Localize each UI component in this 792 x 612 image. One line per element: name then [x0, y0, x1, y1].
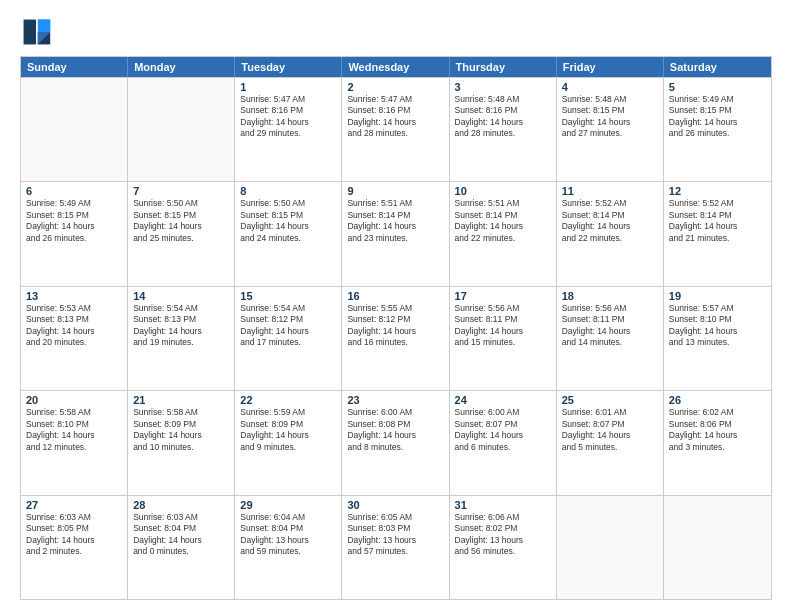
- day-cell-7: 7Sunrise: 5:50 AMSunset: 8:15 PMDaylight…: [128, 182, 235, 285]
- cell-line: and 6 minutes.: [455, 442, 551, 453]
- cell-line: Sunset: 8:09 PM: [240, 419, 336, 430]
- cell-line: and 57 minutes.: [347, 546, 443, 557]
- day-number: 1: [240, 81, 336, 93]
- cell-line: Sunrise: 5:52 AM: [562, 198, 658, 209]
- cell-line: Sunrise: 5:47 AM: [240, 94, 336, 105]
- cell-line: and 22 minutes.: [455, 233, 551, 244]
- day-cell-23: 23Sunrise: 6:00 AMSunset: 8:08 PMDayligh…: [342, 391, 449, 494]
- cell-line: Sunrise: 6:06 AM: [455, 512, 551, 523]
- cell-line: Sunset: 8:14 PM: [347, 210, 443, 221]
- day-number: 5: [669, 81, 766, 93]
- cell-line: Sunset: 8:14 PM: [562, 210, 658, 221]
- day-number: 20: [26, 394, 122, 406]
- cell-line: Sunrise: 5:54 AM: [133, 303, 229, 314]
- cell-line: and 9 minutes.: [240, 442, 336, 453]
- header-day-saturday: Saturday: [664, 57, 771, 77]
- cell-line: and 15 minutes.: [455, 337, 551, 348]
- day-cell-18: 18Sunrise: 5:56 AMSunset: 8:11 PMDayligh…: [557, 287, 664, 390]
- day-number: 31: [455, 499, 551, 511]
- cell-line: Sunset: 8:04 PM: [240, 523, 336, 534]
- cell-line: Daylight: 14 hours: [133, 430, 229, 441]
- cell-line: Daylight: 14 hours: [562, 430, 658, 441]
- empty-cell-4-6: [664, 496, 771, 599]
- cell-line: Daylight: 14 hours: [562, 221, 658, 232]
- cell-line: and 27 minutes.: [562, 128, 658, 139]
- cell-line: Sunset: 8:15 PM: [669, 105, 766, 116]
- day-number: 17: [455, 290, 551, 302]
- day-number: 22: [240, 394, 336, 406]
- day-cell-3: 3Sunrise: 5:48 AMSunset: 8:16 PMDaylight…: [450, 78, 557, 181]
- day-number: 4: [562, 81, 658, 93]
- day-cell-31: 31Sunrise: 6:06 AMSunset: 8:02 PMDayligh…: [450, 496, 557, 599]
- cell-line: Sunrise: 5:55 AM: [347, 303, 443, 314]
- week-row-1: 6Sunrise: 5:49 AMSunset: 8:15 PMDaylight…: [21, 181, 771, 285]
- day-number: 29: [240, 499, 336, 511]
- calendar-body: 1Sunrise: 5:47 AMSunset: 8:16 PMDaylight…: [21, 77, 771, 599]
- cell-line: and 26 minutes.: [669, 128, 766, 139]
- header-day-wednesday: Wednesday: [342, 57, 449, 77]
- logo-icon: [20, 16, 52, 48]
- cell-line: Daylight: 13 hours: [347, 535, 443, 546]
- cell-line: Sunrise: 5:52 AM: [669, 198, 766, 209]
- day-cell-26: 26Sunrise: 6:02 AMSunset: 8:06 PMDayligh…: [664, 391, 771, 494]
- day-number: 28: [133, 499, 229, 511]
- cell-line: Sunrise: 6:05 AM: [347, 512, 443, 523]
- calendar: SundayMondayTuesdayWednesdayThursdayFrid…: [20, 56, 772, 600]
- cell-line: and 0 minutes.: [133, 546, 229, 557]
- cell-line: Sunrise: 6:01 AM: [562, 407, 658, 418]
- cell-line: and 29 minutes.: [240, 128, 336, 139]
- cell-line: Daylight: 14 hours: [133, 326, 229, 337]
- cell-line: Daylight: 14 hours: [133, 535, 229, 546]
- day-cell-17: 17Sunrise: 5:56 AMSunset: 8:11 PMDayligh…: [450, 287, 557, 390]
- cell-line: Sunrise: 5:53 AM: [26, 303, 122, 314]
- header: [20, 16, 772, 48]
- cell-line: Daylight: 14 hours: [669, 117, 766, 128]
- cell-line: Sunset: 8:15 PM: [133, 210, 229, 221]
- cell-line: Daylight: 14 hours: [26, 221, 122, 232]
- cell-line: Sunset: 8:10 PM: [669, 314, 766, 325]
- day-cell-14: 14Sunrise: 5:54 AMSunset: 8:13 PMDayligh…: [128, 287, 235, 390]
- header-day-thursday: Thursday: [450, 57, 557, 77]
- cell-line: and 25 minutes.: [133, 233, 229, 244]
- header-day-friday: Friday: [557, 57, 664, 77]
- day-cell-13: 13Sunrise: 5:53 AMSunset: 8:13 PMDayligh…: [21, 287, 128, 390]
- cell-line: Sunrise: 5:49 AM: [26, 198, 122, 209]
- cell-line: Sunset: 8:11 PM: [562, 314, 658, 325]
- cell-line: Sunset: 8:16 PM: [455, 105, 551, 116]
- cell-line: Daylight: 14 hours: [562, 326, 658, 337]
- cell-line: Sunset: 8:02 PM: [455, 523, 551, 534]
- cell-line: Sunset: 8:16 PM: [240, 105, 336, 116]
- cell-line: Sunset: 8:13 PM: [133, 314, 229, 325]
- cell-line: and 13 minutes.: [669, 337, 766, 348]
- cell-line: and 8 minutes.: [347, 442, 443, 453]
- cell-line: Daylight: 14 hours: [669, 430, 766, 441]
- page: SundayMondayTuesdayWednesdayThursdayFrid…: [0, 0, 792, 612]
- cell-line: Daylight: 13 hours: [455, 535, 551, 546]
- calendar-header: SundayMondayTuesdayWednesdayThursdayFrid…: [21, 57, 771, 77]
- cell-line: Sunrise: 5:58 AM: [133, 407, 229, 418]
- cell-line: Daylight: 14 hours: [26, 535, 122, 546]
- cell-line: and 3 minutes.: [669, 442, 766, 453]
- day-cell-11: 11Sunrise: 5:52 AMSunset: 8:14 PMDayligh…: [557, 182, 664, 285]
- day-number: 26: [669, 394, 766, 406]
- cell-line: Sunset: 8:11 PM: [455, 314, 551, 325]
- cell-line: Daylight: 14 hours: [240, 117, 336, 128]
- week-row-2: 13Sunrise: 5:53 AMSunset: 8:13 PMDayligh…: [21, 286, 771, 390]
- cell-line: Daylight: 13 hours: [240, 535, 336, 546]
- empty-cell-4-5: [557, 496, 664, 599]
- day-number: 21: [133, 394, 229, 406]
- day-cell-2: 2Sunrise: 5:47 AMSunset: 8:16 PMDaylight…: [342, 78, 449, 181]
- cell-line: Sunset: 8:15 PM: [26, 210, 122, 221]
- cell-line: Sunrise: 5:47 AM: [347, 94, 443, 105]
- cell-line: Sunrise: 5:48 AM: [455, 94, 551, 105]
- day-cell-16: 16Sunrise: 5:55 AMSunset: 8:12 PMDayligh…: [342, 287, 449, 390]
- cell-line: Sunset: 8:15 PM: [240, 210, 336, 221]
- day-number: 27: [26, 499, 122, 511]
- cell-line: Sunset: 8:03 PM: [347, 523, 443, 534]
- svg-marker-3: [24, 20, 36, 45]
- cell-line: and 23 minutes.: [347, 233, 443, 244]
- logo: [20, 16, 56, 48]
- day-number: 30: [347, 499, 443, 511]
- cell-line: Sunrise: 5:51 AM: [455, 198, 551, 209]
- cell-line: Sunrise: 5:51 AM: [347, 198, 443, 209]
